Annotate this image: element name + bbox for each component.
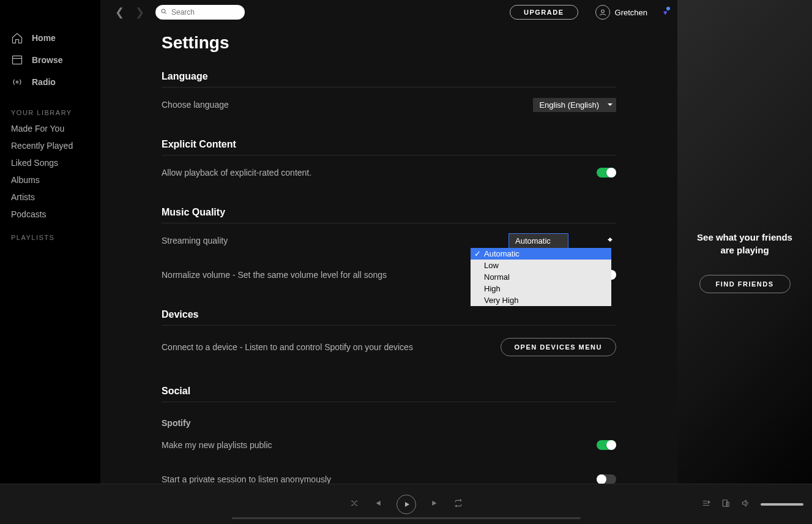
- quality-option-automatic[interactable]: Automatic: [471, 248, 611, 260]
- volume-slider[interactable]: [761, 503, 803, 506]
- choose-language-label: Choose language: [162, 100, 229, 110]
- quality-option-high[interactable]: High: [471, 283, 611, 294]
- sidebar-item-browse[interactable]: Browse: [0, 49, 100, 71]
- repeat-button[interactable]: [454, 499, 463, 510]
- sidebar-label: Home: [32, 33, 56, 43]
- home-icon: [11, 32, 23, 44]
- page-title: Settings: [162, 33, 616, 53]
- upgrade-button[interactable]: UPGRADE: [510, 5, 578, 20]
- svg-point-3: [601, 10, 604, 13]
- chevron-down-icon: ▾: [663, 8, 668, 17]
- section-language: Language: [162, 71, 616, 88]
- svg-point-2: [162, 9, 165, 13]
- main-panel: ❮ ❯ UPGRADE Gretchen ▾ Settings Language…: [100, 0, 677, 524]
- svg-rect-0: [13, 56, 22, 64]
- next-button[interactable]: [431, 499, 439, 510]
- nav-forward[interactable]: ❯: [135, 6, 144, 19]
- player-bar: [0, 484, 812, 524]
- sidebar-item-home[interactable]: Home: [0, 27, 100, 49]
- playlists-header: PLAYLISTS: [0, 223, 100, 245]
- sidebar-item-artists[interactable]: Artists: [0, 189, 100, 206]
- streaming-quality-value: Automatic: [508, 233, 568, 249]
- section-social: Social: [162, 386, 616, 402]
- sidebar-item-liked-songs[interactable]: Liked Songs: [0, 154, 100, 171]
- friends-title: See what your friends are playing: [690, 231, 800, 256]
- devices-label: Connect to a device - Listen to and cont…: [162, 342, 413, 352]
- avatar-icon: [595, 5, 610, 20]
- normalize-label: Normalize volume - Set the same volume l…: [162, 270, 387, 280]
- search-icon: [160, 7, 168, 18]
- progress-bar[interactable]: [232, 517, 581, 519]
- find-friends-button[interactable]: FIND FRIENDS: [699, 275, 791, 293]
- nav-back[interactable]: ❮: [115, 6, 124, 19]
- language-select[interactable]: English (English): [533, 100, 616, 110]
- sidebar-item-radio[interactable]: Radio: [0, 71, 100, 93]
- svg-point-1: [16, 81, 18, 83]
- settings-content[interactable]: Settings Language Choose language Englis…: [100, 24, 677, 524]
- browse-icon: [11, 54, 23, 66]
- volume-icon[interactable]: [741, 499, 750, 510]
- streaming-quality-label: Streaming quality: [162, 236, 228, 245]
- section-devices: Devices: [162, 309, 616, 326]
- sidebar-item-recently-played[interactable]: Recently Played: [0, 137, 100, 154]
- language-select-value: English (English): [533, 98, 616, 112]
- search-box[interactable]: [155, 5, 245, 20]
- quality-option-normal[interactable]: Normal: [471, 271, 611, 283]
- public-playlists-label: Make my new playlists public: [162, 440, 272, 450]
- sidebar-item-made-for-you[interactable]: Made For You: [0, 120, 100, 137]
- explicit-toggle[interactable]: [597, 168, 616, 178]
- quality-option-very-high[interactable]: Very High: [471, 294, 611, 306]
- friends-panel: See what your friends are playing FIND F…: [677, 0, 812, 524]
- topbar: ❮ ❯ UPGRADE Gretchen ▾: [100, 0, 677, 24]
- devices-button[interactable]: [721, 499, 730, 510]
- sidebar-label: Browse: [32, 55, 63, 65]
- quality-option-low[interactable]: Low: [471, 260, 611, 271]
- private-session-toggle[interactable]: [597, 474, 616, 484]
- section-explicit: Explicit Content: [162, 139, 616, 155]
- spotify-subheading: Spotify: [162, 402, 616, 428]
- play-button[interactable]: [397, 495, 416, 514]
- radio-icon: [11, 76, 23, 88]
- sidebar-item-albums[interactable]: Albums: [0, 171, 100, 189]
- library-header: YOUR LIBRARY: [0, 98, 100, 120]
- streaming-quality-select[interactable]: Automatic AutomaticLowNormalHighVery Hig…: [508, 236, 616, 245]
- public-playlists-toggle[interactable]: [597, 440, 616, 450]
- explicit-label: Allow playback of explicit-rated content…: [162, 168, 311, 178]
- search-input[interactable]: [171, 8, 240, 17]
- shuffle-button[interactable]: [350, 499, 359, 510]
- previous-button[interactable]: [373, 499, 382, 510]
- sidebar-label: Radio: [32, 77, 56, 87]
- private-session-label: Start a private session to listen anonym…: [162, 474, 331, 484]
- username: Gretchen: [615, 8, 647, 17]
- queue-button[interactable]: [702, 499, 710, 510]
- streaming-quality-dropdown[interactable]: AutomaticLowNormalHighVery High: [471, 248, 611, 306]
- open-devices-button[interactable]: OPEN DEVICES MENU: [501, 338, 616, 356]
- user-menu[interactable]: Gretchen ▾: [595, 5, 668, 20]
- sidebar: Home Browse Radio YOUR LIBRARY Made For …: [0, 0, 100, 524]
- sidebar-item-podcasts[interactable]: Podcasts: [0, 206, 100, 223]
- section-quality: Music Quality: [162, 207, 616, 223]
